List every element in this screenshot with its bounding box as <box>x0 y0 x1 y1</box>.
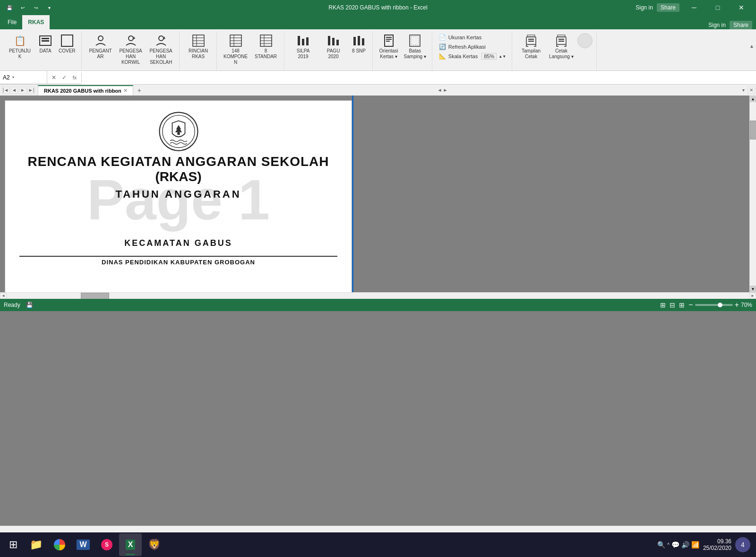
sheet-tab-scroll-right[interactable]: ► <box>443 87 447 93</box>
share-btn[interactable]: Share <box>657 3 679 12</box>
signin-btn[interactable]: Sign in <box>636 4 653 11</box>
ribbon-collapse-btn[interactable]: ▲ <box>749 44 754 49</box>
orientasi-kertas-btn[interactable]: OrientasiKertas ▾ <box>378 32 400 61</box>
formula-input[interactable] <box>82 71 756 84</box>
horizontal-scrollbar[interactable]: ◄ ► <box>0 292 756 299</box>
ribbon-group-laporan: SILPA 2019 PAGU 2020 8 SNP <box>285 31 373 70</box>
data-btn[interactable]: DATA <box>36 32 55 55</box>
snp-icon <box>352 33 367 48</box>
taskbar-chrome[interactable] <box>48 533 71 556</box>
sheet-tab-arrow[interactable]: ▾ <box>742 87 745 93</box>
add-sheet-btn[interactable]: + <box>134 85 145 96</box>
spreadsheet-viewport[interactable]: Page 1 <box>0 96 756 292</box>
cancel-formula-btn[interactable]: ✕ <box>49 73 59 82</box>
taskbar-file-explorer[interactable]: 📁 <box>25 533 47 556</box>
ribbon-group-cetak: Tampilan Cetak CetakLangsung ▾ <box>513 31 597 70</box>
circle-btn[interactable] <box>577 33 593 48</box>
minimize-btn[interactable]: ─ <box>683 0 705 15</box>
customize-qa-btn[interactable]: ▾ <box>43 2 55 13</box>
rincian-rkas-btn[interactable]: RINCIAN RKAS <box>184 32 213 61</box>
taskbar-app4[interactable]: S <box>95 533 118 556</box>
taskbar-word[interactable]: W <box>72 533 94 556</box>
view-page-layout-btn[interactable]: ⊟ <box>670 301 675 309</box>
status-save-icon[interactable]: 💾 <box>24 299 35 311</box>
redo-qa-btn[interactable]: ↪ <box>30 2 42 13</box>
zoom-slider[interactable] <box>695 304 733 306</box>
scroll-down-btn[interactable]: ▼ <box>750 286 756 292</box>
view-page-break-btn[interactable]: ⊞ <box>679 301 685 309</box>
taskbar-brave[interactable]: 🦁 <box>143 533 165 556</box>
pagu-2020-btn[interactable]: PAGU 2020 <box>319 32 348 61</box>
pengesahan-korwil-btn[interactable]: PENGESAHAN KORWIL <box>117 32 145 66</box>
signin-link[interactable]: Sign in <box>708 22 726 28</box>
taskbar-chevron-icon[interactable]: ^ <box>667 542 670 548</box>
standar-8-btn[interactable]: 8 STANDAR <box>252 32 280 61</box>
ribbon-group-pengantar: PENGANTAR PENGESAHAN KORWIL PENGESAHAN S… <box>83 31 180 70</box>
window-title: RKAS 2020 GABUS with ribbon - Excel <box>328 4 427 11</box>
skala-kertas-btn[interactable]: 📐 Skala Kertas 85% ▲▼ <box>437 52 508 61</box>
taskbar-search-icon[interactable]: 🔍 <box>657 541 665 548</box>
refresh-aplikasi-btn[interactable]: 🔄 Refresh Aplikasi <box>437 43 508 51</box>
taskbar-excel[interactable]: X <box>119 533 142 556</box>
sheet-tab-scroll-left[interactable]: ◄ <box>437 87 442 93</box>
sheet-nav-next[interactable]: ► <box>19 87 26 94</box>
name-box[interactable]: A2 ▾ <box>0 71 47 84</box>
batas-samping-btn[interactable]: BatasSamping ▾ <box>402 32 428 61</box>
undo-qa-btn[interactable]: ↩ <box>17 2 28 13</box>
sheet-close-btn[interactable]: ✕ <box>747 87 755 94</box>
cover-btn[interactable]: COVER <box>57 32 77 55</box>
ribbon-main-buttons: 📋 PETUNJUK DATA COVER <box>6 32 77 70</box>
start-btn[interactable]: ⊞ <box>2 533 25 556</box>
sheet-nav-first[interactable]: |◄ <box>2 87 9 94</box>
cetak-buttons: Tampilan Cetak CetakLangsung ▾ <box>517 32 593 70</box>
scroll-up-btn[interactable]: ▲ <box>750 96 756 102</box>
svg-point-6 <box>159 36 163 41</box>
name-box-dropdown[interactable]: ▾ <box>10 75 17 79</box>
bottom-gray-area <box>0 311 756 526</box>
zoom-plus-btn[interactable]: + <box>735 301 739 309</box>
komponen-148-btn[interactable]: 148 KOMPONEN <box>222 32 250 66</box>
taskbar-volume-icon[interactable]: 🔊 <box>681 541 689 548</box>
pengantar-btn[interactable]: PENGANTAR <box>86 32 115 61</box>
zoom-minus-btn[interactable]: − <box>688 301 693 309</box>
sheet-tab-close[interactable]: ✕ <box>123 88 127 93</box>
taskbar-notify[interactable]: 4 <box>735 537 750 552</box>
taskbar-network-icon[interactable]: 📶 <box>691 541 699 548</box>
standar-8-label: 8 STANDAR <box>254 48 278 60</box>
pengesahan-sekolah-btn[interactable]: PENGESAHAN SEKOLAH <box>147 32 175 66</box>
sheet-nav-last[interactable]: ►| <box>27 87 35 94</box>
share-link[interactable]: Share <box>730 21 752 29</box>
petunjuk-btn[interactable]: 📋 PETUNJUK <box>6 32 34 61</box>
svg-rect-3 <box>61 35 73 46</box>
tab-rkas[interactable]: RKAS <box>22 15 50 29</box>
taskbar-clock[interactable]: 09.36 25/02/2020 <box>703 538 731 551</box>
maximize-btn[interactable]: □ <box>707 0 729 15</box>
vertical-scrollbar[interactable]: ▲ ▼ <box>749 96 756 292</box>
tampilan-cetak-btn[interactable]: Tampilan Cetak <box>517 32 545 61</box>
refresh-icon: 🔄 <box>439 44 447 50</box>
cetak-langsung-btn[interactable]: CetakLangsung ▾ <box>547 32 576 61</box>
snp-8-btn[interactable]: 8 SNP <box>350 32 369 55</box>
zoom-thumb[interactable] <box>718 303 722 307</box>
confirm-formula-btn[interactable]: ✓ <box>60 73 69 82</box>
hscroll-left-btn[interactable]: ◄ <box>0 293 7 299</box>
scroll-thumb[interactable] <box>750 121 756 139</box>
doc-title-sub: (RKAS) <box>155 169 202 184</box>
save-qa-btn[interactable]: 💾 <box>4 2 15 13</box>
sheet-nav-prev[interactable]: ◄ <box>10 87 18 94</box>
sheet-tab-active[interactable]: RKAS 2020 GABUS with ribbon ✕ <box>38 85 133 96</box>
pengesahan-korwil-label: PENGESAHAN KORWIL <box>119 48 143 65</box>
taskbar-chat-icon[interactable]: 💬 <box>671 541 679 548</box>
ukuran-kertas-btn[interactable]: 📄 Ukuran Kertas <box>437 33 508 42</box>
file-explorer-icon: 📁 <box>30 539 43 551</box>
hscroll-right-btn[interactable]: ► <box>749 293 756 299</box>
tab-file[interactable]: File <box>2 15 22 29</box>
svg-rect-43 <box>558 41 564 42</box>
insert-function-btn[interactable]: fx <box>70 73 79 82</box>
silpa-2019-btn[interactable]: SILPA 2019 <box>289 32 318 61</box>
hscroll-thumb[interactable] <box>81 293 109 299</box>
close-btn[interactable]: ✕ <box>730 0 752 15</box>
view-normal-btn[interactable]: ⊞ <box>660 301 666 309</box>
main-content: Page 1 <box>0 96 756 299</box>
petunjuk-label: PETUNJUK <box>8 48 32 60</box>
